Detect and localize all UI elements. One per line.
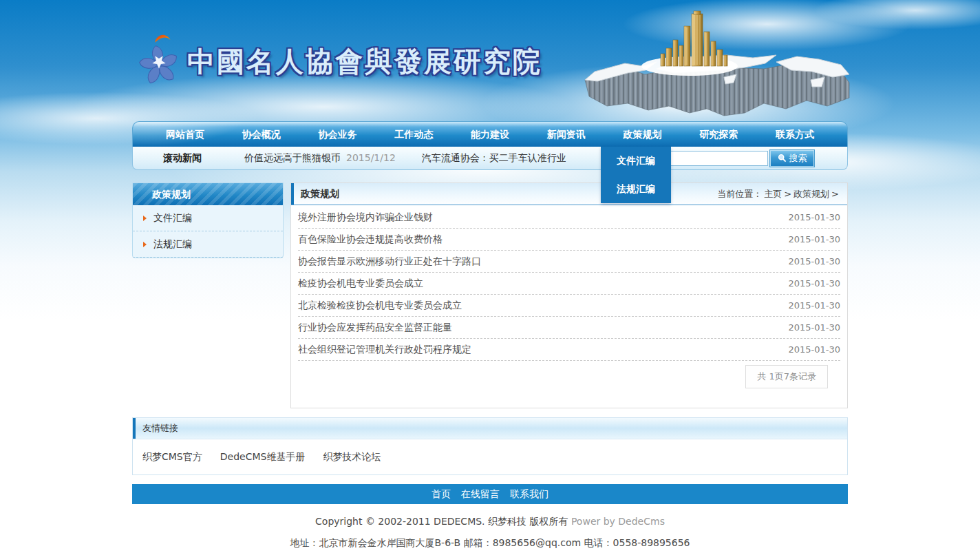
news-ticker-bar: 滚动新闻 价值远远高于熊猫银币2015/1/12 汽车流通协会：买二手车认准行业… — [132, 147, 848, 170]
article-list: 境外注册协会境内诈骗企业钱财 2015-01-30 百色保险业协会违规提高收费价… — [291, 205, 847, 361]
logo-swirl-icon — [135, 33, 183, 90]
article-date: 2015-01-30 — [788, 344, 840, 355]
article-link[interactable]: 检疫协会机电专业委员会成立 — [298, 278, 423, 290]
arrow-right-icon — [143, 216, 147, 221]
sidebar-item-regulations[interactable]: 法规汇编 — [133, 231, 283, 258]
nav-item-capacity[interactable]: 能力建设 — [471, 122, 509, 147]
pagination-summary: 共 1页7条记录 — [745, 365, 828, 388]
dropdown-item-regulations[interactable]: 法规汇编 — [601, 175, 671, 203]
footer-nav-contact[interactable]: 联系我们 — [510, 488, 548, 501]
site-title: 中國名人協會與發展研究院 — [187, 43, 542, 81]
nav-dropdown-policy: 文件汇编 法规汇编 — [601, 147, 671, 203]
site-logo — [135, 33, 183, 90]
footer-nav-bar: 首页 在线留言 联系我们 — [132, 484, 848, 504]
main-nav: 网站首页 协会概况 协会业务 工作动态 能力建设 新闻资讯 政策规划 研究探索 … — [132, 121, 848, 147]
world-map-graphic — [579, 6, 852, 117]
nav-item-business[interactable]: 协会业务 — [319, 122, 357, 147]
sidebar-title: 政策规划 — [133, 183, 283, 205]
breadcrumb-current-link[interactable]: 政策规划 — [793, 189, 829, 199]
news-ticker-date: 2015/1/12 — [346, 152, 396, 163]
nav-item-work-news[interactable]: 工作动态 — [394, 122, 433, 147]
search-box: 搜索 — [668, 150, 814, 167]
friend-link[interactable]: DedeCMS维基手册 — [220, 451, 306, 463]
friend-links-list: 织梦CMS官方 DedeCMS维基手册 织梦技术论坛 — [133, 439, 847, 474]
news-ticker-label: 滚动新闻 — [163, 152, 202, 165]
nav-item-news[interactable]: 新闻资讯 — [547, 122, 586, 147]
friend-link[interactable]: 织梦技术论坛 — [323, 451, 381, 463]
breadcrumb-home-link[interactable]: 主页 — [764, 189, 782, 199]
article-date: 2015-01-30 — [788, 234, 840, 244]
article-row: 行业协会应发挥药品安全监督正能量 2015-01-30 — [298, 317, 840, 339]
search-input[interactable] — [668, 151, 768, 166]
article-link[interactable]: 协会报告显示欧洲移动行业正处在十字路口 — [298, 255, 481, 268]
search-icon — [778, 154, 787, 163]
footer-nav-home[interactable]: 首页 — [432, 488, 451, 501]
address-line: 地址：北京市新会金水岸国商大厦B-6-B 邮箱：8985656@qq.com 电… — [132, 537, 848, 550]
nav-item-about[interactable]: 协会概况 — [242, 122, 281, 147]
article-date: 2015-01-30 — [788, 322, 840, 333]
article-date: 2015-01-30 — [788, 300, 840, 311]
dropdown-item-documents[interactable]: 文件汇编 — [601, 147, 671, 175]
news-ticker-item[interactable]: 汽车流通协会：买二手车认准行业 — [422, 152, 566, 165]
copyright-line: Copyright © 2002-2011 DEDECMS. 织梦科技 版权所有… — [132, 516, 848, 528]
article-row: 百色保险业协会违规提高收费价格 2015-01-30 — [298, 229, 840, 251]
friend-links-header: 友情链接 — [133, 418, 847, 439]
powered-by: Power by DedeCms — [571, 516, 665, 527]
breadcrumb: 当前位置：主页>政策规划> — [717, 188, 839, 200]
main-panel-header: 政策规划 当前位置：主页>政策规划> — [291, 183, 847, 205]
article-link[interactable]: 百色保险业协会违规提高收费价格 — [298, 233, 443, 246]
footer-nav-guestbook[interactable]: 在线留言 — [461, 488, 500, 501]
article-row: 北京检验检疫协会机电专业委员会成立 2015-01-30 — [298, 295, 840, 317]
friend-links-title: 友情链接 — [142, 422, 178, 435]
article-row: 协会报告显示欧洲移动行业正处在十字路口 2015-01-30 — [298, 251, 840, 273]
nav-item-home[interactable]: 网站首页 — [166, 122, 204, 147]
article-link[interactable]: 北京检验检疫协会机电专业委员会成立 — [298, 300, 462, 312]
accent-bar — [133, 418, 136, 439]
sidebar: 政策规划 文件汇编 法规汇编 — [132, 182, 284, 258]
article-link[interactable]: 境外注册协会境内诈骗企业钱财 — [298, 211, 433, 224]
nav-item-policy[interactable]: 政策规划 — [624, 122, 662, 147]
page-title: 政策规划 — [301, 188, 339, 200]
friend-link[interactable]: 织梦CMS官方 — [142, 451, 202, 463]
article-row: 社会组织登记管理机关行政处罚程序规定 2015-01-30 — [298, 339, 840, 361]
article-date: 2015-01-30 — [788, 212, 840, 222]
article-date: 2015-01-30 — [788, 256, 840, 267]
menu-block: 网站首页 协会概况 协会业务 工作动态 能力建设 新闻资讯 政策规划 研究探索 … — [132, 121, 848, 170]
article-link[interactable]: 行业协会应发挥药品安全监督正能量 — [298, 322, 452, 334]
article-row: 境外注册协会境内诈骗企业钱财 2015-01-30 — [298, 207, 840, 229]
friend-links-section: 友情链接 织梦CMS官方 DedeCMS维基手册 织梦技术论坛 — [132, 417, 848, 475]
sidebar-item-documents[interactable]: 文件汇编 — [133, 205, 283, 231]
nav-item-contact[interactable]: 联系方式 — [776, 122, 814, 147]
arrow-right-icon — [143, 242, 147, 247]
search-button[interactable]: 搜索 — [770, 150, 814, 167]
content-area: 政策规划 文件汇编 法规汇编 政策规划 当前位置：主页>政策规划> 境外注册协会… — [132, 182, 848, 408]
accent-bar — [291, 183, 294, 205]
site-header: 中國名人協會與發展研究院 — [132, 0, 848, 121]
nav-item-research[interactable]: 研究探索 — [699, 122, 738, 147]
article-date: 2015-01-30 — [788, 278, 840, 289]
article-link[interactable]: 社会组织登记管理机关行政处罚程序规定 — [298, 344, 471, 356]
news-ticker-item[interactable]: 价值远远高于熊猫银币2015/1/12 — [244, 152, 396, 165]
article-row: 检疫协会机电专业委员会成立 2015-01-30 — [298, 273, 840, 295]
main-panel: 政策规划 当前位置：主页>政策规划> 境外注册协会境内诈骗企业钱财 2015-0… — [290, 182, 848, 408]
